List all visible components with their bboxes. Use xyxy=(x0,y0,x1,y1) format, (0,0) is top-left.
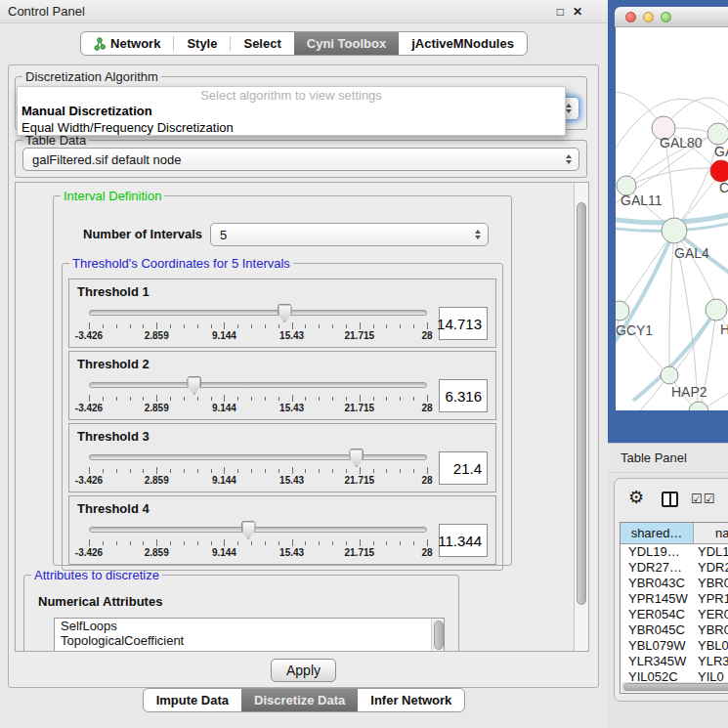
slider-ticks xyxy=(89,322,427,330)
slider-scale-labels: -3.4262.8599.14415.4321.71528 xyxy=(89,475,427,487)
scrollbar-thumb[interactable] xyxy=(577,202,586,605)
scale-label: 28 xyxy=(421,330,432,341)
attribute-item-betweennesscentrality[interactable]: BetweennessCentrality xyxy=(55,648,444,652)
column-header-2[interactable]: na xyxy=(694,523,728,543)
table-row[interactable]: YER054CYER0 xyxy=(621,607,728,622)
vertical-scrollbar[interactable] xyxy=(574,183,588,651)
table-cell[interactable]: YBR0 xyxy=(694,576,728,591)
threshold-value-field[interactable]: 21.4 xyxy=(439,451,488,485)
network-edge[interactable] xyxy=(626,168,711,186)
table-cell[interactable]: YER0 xyxy=(694,607,728,622)
network-edge[interactable] xyxy=(616,311,620,379)
table-cell[interactable]: YDR27… xyxy=(621,560,694,576)
attribute-item-topologicalcoefficient[interactable]: TopologicalCoefficient xyxy=(55,633,444,648)
tab-network[interactable]: Network xyxy=(81,32,173,55)
tab-impute-data[interactable]: Impute Data xyxy=(144,689,241,711)
algorithm-option-equal-width[interactable]: Equal Width/Frequency Discretization xyxy=(18,119,565,136)
algorithm-option-manual[interactable]: Manual Discretization xyxy=(18,103,565,119)
table-data-combobox[interactable]: galFiltered.sif default node xyxy=(22,148,579,171)
slider-thumb[interactable] xyxy=(278,304,292,322)
minimize-traffic-light[interactable] xyxy=(643,12,654,22)
table-cell[interactable]: YPR1 xyxy=(694,591,728,607)
slider-track[interactable] xyxy=(89,310,427,316)
network-node[interactable] xyxy=(689,402,708,410)
threshold-body: -3.4262.8599.14415.4321.7152811.344 xyxy=(77,520,488,561)
number-of-intervals-value: 5 xyxy=(220,228,227,242)
scale-label: 28 xyxy=(421,475,432,486)
table-row[interactable]: YDR27…YDR2 xyxy=(621,560,728,576)
scrollbar-thumb[interactable] xyxy=(434,621,444,650)
table-row[interactable]: YBR045CYBR0 xyxy=(621,622,728,638)
tab-select[interactable]: Select xyxy=(231,32,293,55)
network-node-h[interactable] xyxy=(706,299,727,321)
algorithm-placeholder: Select algorithm to view settings xyxy=(18,87,565,103)
node-label: C xyxy=(719,180,728,195)
select-columns-checkboxes-icon[interactable]: ☑☑ xyxy=(691,492,715,506)
slider-thumb[interactable] xyxy=(241,521,256,539)
slider-track[interactable] xyxy=(89,382,427,388)
network-node-c[interactable] xyxy=(710,160,728,182)
table-row[interactable]: YPR145WYPR1 xyxy=(621,591,728,607)
apply-button[interactable]: Apply xyxy=(271,659,336,682)
scale-label: 21.715 xyxy=(345,475,375,486)
threshold-slider[interactable]: -3.4262.8599.14415.4321.71528 xyxy=(89,448,427,489)
table-row[interactable]: YDL19…YDL1 xyxy=(621,544,728,560)
table-cell[interactable]: YBL079W xyxy=(621,638,694,654)
slider-ticks xyxy=(89,395,427,403)
network-canvas[interactable]: GAL80GACGAL11GAL4GCY1HHAP2 xyxy=(616,27,728,410)
network-node-hap2[interactable] xyxy=(661,366,678,384)
table-row[interactable]: YBR043CYBR0 xyxy=(621,576,728,591)
scale-label: 9.144 xyxy=(212,330,236,341)
table-cell[interactable]: YDR2 xyxy=(694,560,728,576)
scale-label: -3.426 xyxy=(75,475,103,486)
close-traffic-light[interactable] xyxy=(625,12,636,22)
split-columns-icon[interactable] xyxy=(662,492,678,507)
zoom-traffic-light[interactable] xyxy=(661,12,671,22)
tab-infer-network[interactable]: Infer Network xyxy=(358,689,464,711)
scale-label: 15.43 xyxy=(279,330,304,341)
slider-track[interactable] xyxy=(89,454,427,460)
network-node-gal4[interactable] xyxy=(662,218,687,243)
table-cell[interactable]: YDL19… xyxy=(621,544,694,560)
network-node-ga[interactable] xyxy=(707,123,728,145)
table-row[interactable]: YBL079WYBL0 xyxy=(621,638,728,654)
table-cell[interactable]: YLR345W xyxy=(621,654,694,669)
node-label: GA xyxy=(714,144,728,159)
gear-icon[interactable]: ⚙ xyxy=(628,489,644,506)
slider-thumb[interactable] xyxy=(349,449,364,467)
threshold-value-field[interactable]: 11.344 xyxy=(439,524,488,557)
threshold-value-field[interactable]: 14.713 xyxy=(439,307,488,340)
horizontal-scrollbar[interactable] xyxy=(621,682,728,692)
tab-discretize-data[interactable]: Discretize Data xyxy=(241,689,358,711)
scrollbar-thumb[interactable] xyxy=(623,683,728,691)
table-cell[interactable]: YBL0 xyxy=(694,638,728,654)
table-cell[interactable]: YER054C xyxy=(621,607,694,622)
control-panel: Control Panel □ ✕ NetworkStyleSelectCyni… xyxy=(0,0,608,728)
table-row[interactable]: YLR345WYLR3 xyxy=(621,654,728,669)
network-window-titlebar[interactable] xyxy=(615,7,728,27)
threshold-slider[interactable]: -3.4262.8599.14415.4321.71528 xyxy=(89,375,427,416)
float-window-icon[interactable]: □ xyxy=(557,6,564,18)
table-cell[interactable]: YLR3 xyxy=(694,654,728,669)
table-cell[interactable]: YBR0 xyxy=(694,622,728,638)
tab-cyni-toolbox[interactable]: Cyni Toolbox xyxy=(294,32,399,55)
threshold-title: Threshold 1 xyxy=(77,284,150,299)
attributes-scrollbar[interactable] xyxy=(431,619,444,652)
threshold-value-field[interactable]: 6.316 xyxy=(439,379,488,412)
number-of-intervals-combobox[interactable]: 5 xyxy=(210,223,489,246)
tab-jactivemnodules[interactable]: jActiveMNodules xyxy=(399,32,527,55)
table-cell[interactable]: YBR043C xyxy=(621,576,694,591)
attribute-item-selfloops[interactable]: SelfLoops xyxy=(55,619,444,633)
slider-thumb[interactable] xyxy=(187,376,201,395)
network-node-gcy1[interactable] xyxy=(616,301,629,321)
table-cell[interactable]: YPR145W xyxy=(621,591,694,607)
tab-style[interactable]: Style xyxy=(174,32,230,55)
table-cell[interactable]: YDL1 xyxy=(694,544,728,560)
threshold-slider[interactable]: -3.4262.8599.14415.4321.71528 xyxy=(89,303,427,344)
column-header-1[interactable]: shared… xyxy=(621,523,694,543)
close-window-icon[interactable]: ✕ xyxy=(573,6,582,18)
network-edge[interactable] xyxy=(620,311,663,368)
slider-track[interactable] xyxy=(89,527,427,533)
table-cell[interactable]: YBR045C xyxy=(621,622,694,638)
threshold-slider[interactable]: -3.4262.8599.14415.4321.71528 xyxy=(89,520,427,561)
